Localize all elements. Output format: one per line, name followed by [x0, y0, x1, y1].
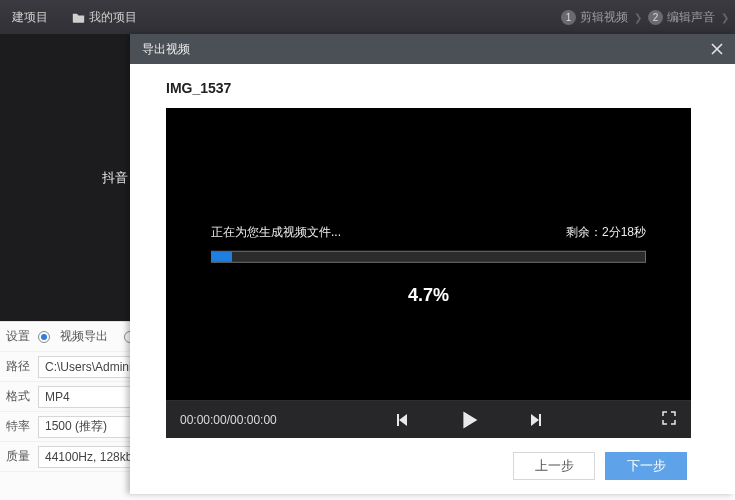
menu-item-label: 我的项目: [89, 9, 137, 26]
settings-heading: 设置: [6, 328, 30, 345]
export-file-name: IMG_1537: [166, 80, 699, 96]
step-label: 剪辑视频: [580, 9, 628, 26]
progress-track: [211, 251, 646, 263]
next-step-button[interactable]: 下一步: [605, 452, 687, 480]
progress-fill: [212, 252, 232, 262]
step-index-badge: 1: [561, 10, 576, 25]
radio-video-export[interactable]: [38, 331, 50, 343]
preview-pane: 抖音: [0, 34, 130, 321]
timecode-label: 00:00:00/00:00:00: [180, 413, 277, 427]
modal-titlebar: 导出视频: [130, 34, 735, 64]
field-label: 质量: [6, 448, 30, 465]
progress-percent-text: 4.7%: [211, 285, 646, 306]
radio-label: 视频导出: [60, 328, 108, 345]
wizard-step[interactable]: 1 剪辑视频: [561, 9, 628, 26]
modal-footer: 上一步 下一步: [166, 448, 699, 484]
export-video-modal: 导出视频 IMG_1537 正在为您生成视频文件... 剩余：2分18秒 4.7…: [130, 34, 735, 494]
chevron-right-icon: ❯: [721, 12, 729, 23]
close-icon[interactable]: [705, 37, 729, 61]
menu-item-label: 建项目: [12, 9, 48, 26]
video-controls: 00:00:00/00:00:00: [166, 400, 691, 438]
field-label: 路径: [6, 358, 30, 375]
fullscreen-icon[interactable]: [661, 410, 677, 429]
modal-title-text: 导出视频: [142, 41, 190, 58]
video-canvas: 正在为您生成视频文件... 剩余：2分18秒 4.7% 00:00:00/00:…: [166, 108, 691, 438]
skip-back-icon[interactable]: [390, 409, 412, 431]
menu-item-my-projects[interactable]: 我的项目: [60, 0, 149, 34]
folder-icon: [72, 12, 85, 23]
progress-status-text: 正在为您生成视频文件...: [211, 224, 341, 241]
play-icon[interactable]: [458, 409, 480, 431]
field-label: 格式: [6, 388, 30, 405]
wizard-steps: 1 剪辑视频 ❯ 2 编辑声音 ❯: [561, 9, 735, 26]
export-progress-area: 正在为您生成视频文件... 剩余：2分18秒 4.7%: [166, 224, 691, 306]
field-label: 特率: [6, 418, 30, 435]
step-index-badge: 2: [648, 10, 663, 25]
bitrate-select[interactable]: 1500 (推荐): [38, 416, 134, 438]
wizard-step[interactable]: 2 编辑声音: [648, 9, 715, 26]
path-input[interactable]: C:\Users\Administ: [38, 356, 134, 378]
preview-watermark-label: 抖音: [102, 169, 130, 187]
prev-step-button[interactable]: 上一步: [513, 452, 595, 480]
quality-select[interactable]: 44100Hz, 128kbp: [38, 446, 134, 468]
chevron-right-icon: ❯: [634, 12, 642, 23]
step-label: 编辑声音: [667, 9, 715, 26]
format-select[interactable]: MP4: [38, 386, 134, 408]
top-menubar: 建项目 我的项目 1 剪辑视频 ❯ 2 编辑声音 ❯: [0, 0, 735, 34]
progress-remaining-text: 剩余：2分18秒: [566, 224, 646, 241]
menu-item-create-project[interactable]: 建项目: [0, 0, 60, 34]
skip-forward-icon[interactable]: [526, 409, 548, 431]
